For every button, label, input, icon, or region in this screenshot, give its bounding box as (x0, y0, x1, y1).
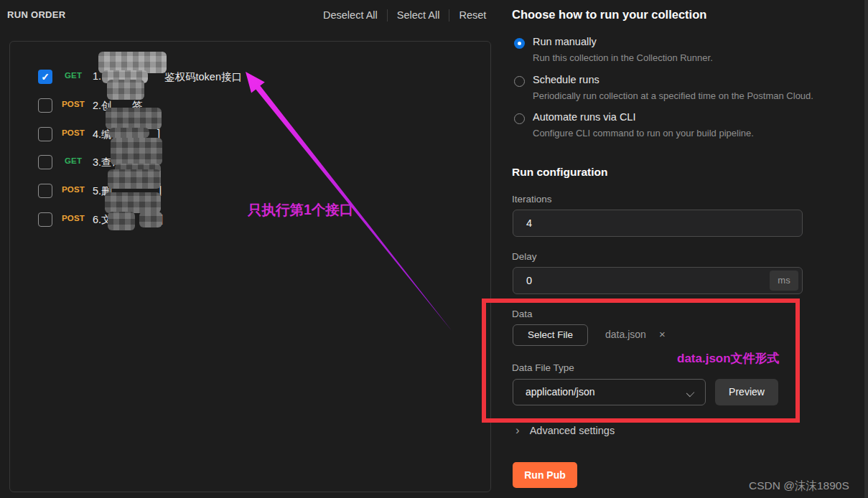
header-actions: Deselect AllSelect AllReset (320, 8, 489, 22)
method-badge: POST (55, 185, 92, 194)
delay-unit: ms (770, 271, 798, 291)
option-label[interactable]: Schedule runs (533, 74, 599, 85)
scrollbar[interactable] (864, 0, 868, 498)
header-action-deselect-all[interactable]: Deselect All (320, 8, 381, 22)
advanced-settings-label: Advanced settings (530, 425, 615, 436)
checkbox-unchecked[interactable] (38, 155, 52, 169)
option-description: Configure CLI command to run on your bui… (533, 128, 754, 138)
chevron-right-icon: › (515, 425, 520, 436)
option-description: Run this collection in the Collection Ru… (533, 52, 713, 63)
option-description: Periodically run collection at a specifi… (533, 90, 813, 101)
checkbox-checked[interactable]: ✓ (38, 70, 52, 84)
run-order-title: RUN ORDER (7, 9, 65, 20)
header-action-reset[interactable]: Reset (456, 8, 489, 22)
method-badge: POST (55, 214, 92, 222)
header-action-select-all[interactable]: Select All (394, 8, 443, 22)
delay-value: 0 (526, 275, 532, 286)
checkbox-unchecked[interactable] (38, 212, 52, 227)
redacted-area (109, 128, 149, 138)
method-badge: GET (55, 156, 92, 165)
redacted-area (139, 212, 162, 227)
divider (449, 9, 449, 22)
option-label[interactable]: Automate runs via CLI (533, 111, 635, 123)
run-button[interactable]: Run Pub (513, 462, 577, 488)
redacted-area (111, 138, 162, 165)
method-badge: POST (55, 100, 92, 108)
divider (387, 9, 388, 22)
choose-heading: Choose how to run your collection (512, 8, 706, 22)
method-badge: POST (55, 128, 92, 137)
radio-unselected[interactable] (514, 113, 525, 124)
watermark: CSDN @沫沫1890S (749, 479, 858, 494)
redacted-area (108, 212, 135, 230)
annotation-arrow-note: 只执行第1个接口 (248, 200, 353, 220)
checkbox-unchecked[interactable] (38, 184, 52, 198)
checkbox-unchecked[interactable] (38, 98, 52, 113)
iterations-input[interactable]: 4 (513, 210, 803, 237)
annotation-data-note: data.json文件形式 (677, 350, 780, 367)
redacted-area (108, 169, 161, 189)
request-name-suffix: 鉴权码token接口 (164, 70, 242, 84)
run-order-panel: ✓GET1.鉴权码token接口POST2.创签POST4.编辑]GET3.查询… (9, 41, 491, 492)
radio-selected[interactable] (514, 38, 525, 49)
delay-input[interactable]: 0 ms (513, 267, 803, 294)
advanced-settings-toggle[interactable]: › Advanced settings (515, 425, 615, 436)
delay-label: Delay (512, 251, 537, 262)
iterations-label: Iterations (512, 194, 552, 205)
redacted-area (107, 80, 144, 100)
iterations-value: 4 (526, 217, 532, 229)
run-configuration-heading: Run configuration (512, 166, 607, 179)
option-label[interactable]: Run manually (533, 36, 597, 47)
radio-unselected[interactable] (514, 76, 525, 87)
redacted-area (106, 108, 162, 129)
method-badge: GET (55, 71, 92, 80)
checkbox-unchecked[interactable] (38, 127, 52, 141)
redacted-area (105, 192, 161, 213)
